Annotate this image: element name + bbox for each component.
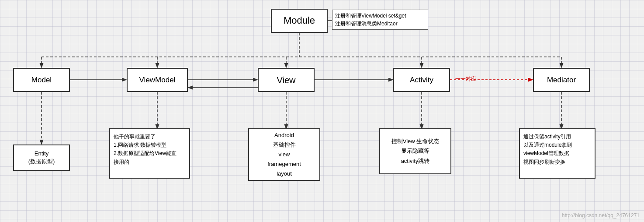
- mediator-desc-box: 通过保留activity引用 以及通过module拿到 viewModel管理数…: [519, 128, 596, 179]
- entity-box: Entity (数据原型): [13, 144, 70, 171]
- activity-desc-box: 控制View 生命状态 显示隐藏等 activity跳转: [379, 128, 451, 174]
- module-box: Module: [271, 9, 328, 33]
- watermark: http://blog.csdn.net/qq_24761271: [562, 212, 640, 218]
- arrows-svg: [0, 0, 644, 222]
- mediator-box: Mediator: [533, 68, 590, 92]
- viewmodel-box: ViewModel: [127, 68, 188, 92]
- model-box: Model: [13, 68, 70, 92]
- view-desc-box: Android 基础控件 view framegement layout: [248, 128, 320, 181]
- view-box: View: [258, 68, 315, 92]
- annotation-box: 注册和管理ViewModel set&get 注册和管理消息类Meditaor: [332, 10, 428, 30]
- activity-box: Activity: [393, 68, 450, 92]
- diagram-container: Module 注册和管理ViewModel set&get 注册和管理消息类Me…: [0, 0, 644, 222]
- one-to-one-label: 一一对应: [455, 75, 476, 83]
- viewmodel-desc-box: 他干的事就重要了 1.网络请求 数据转模型 2.数据原型适配给View能直 接用…: [109, 128, 190, 179]
